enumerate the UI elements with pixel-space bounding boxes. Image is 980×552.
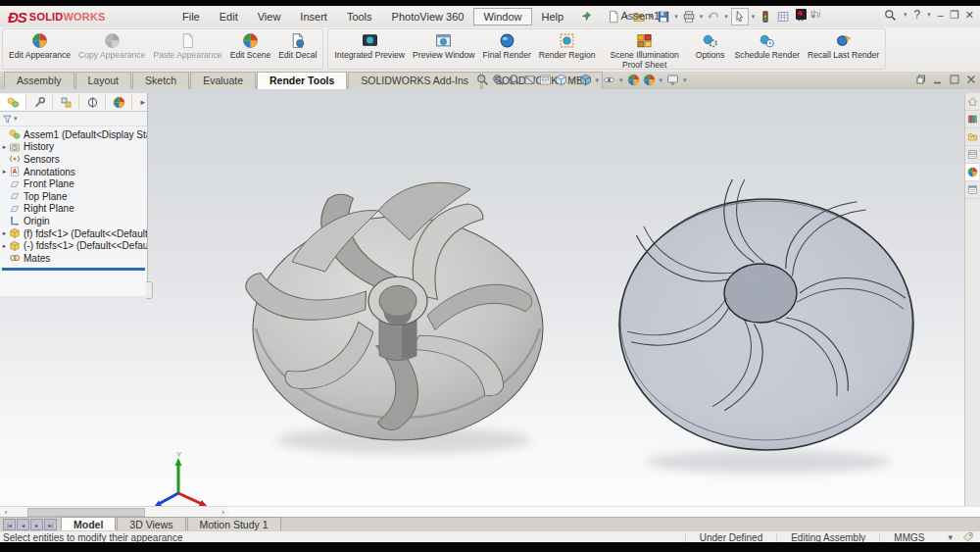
tree-item-component-fdsfs[interactable]: ▸ (-) fdsfs<1> (Default<<Default>_D (0, 239, 147, 252)
select-dropdown-icon[interactable]: ▾ (752, 13, 756, 21)
scene-illumination-proof-sheet-button[interactable]: Scene Illumination Proof Sheet (600, 29, 690, 69)
edit-appearance-button[interactable]: Edit Appearance (5, 29, 74, 69)
expand-icon[interactable]: ▸ (0, 143, 9, 151)
first-tab-icon[interactable]: |◂ (3, 519, 16, 530)
view-orientation-dropdown-icon[interactable]: ▾ (571, 76, 575, 84)
new-document-button[interactable] (606, 9, 621, 25)
tree-item-front-plane[interactable]: Front Plane (0, 177, 147, 190)
expand-icon[interactable]: ▸ (0, 242, 9, 250)
fm-tabs-overflow-icon[interactable]: ▸ (140, 97, 147, 107)
view-palette-button[interactable] (965, 146, 979, 164)
print-dropdown-icon[interactable]: ▾ (700, 13, 704, 21)
menu-tools[interactable]: Tools (337, 8, 382, 25)
units-selector[interactable]: MMGS (879, 532, 938, 543)
recall-last-render-button[interactable]: Recall Last Render (804, 29, 883, 69)
display-style-icon[interactable] (579, 74, 592, 86)
solidworks-resources-button[interactable] (965, 93, 979, 111)
tree-item-annotations[interactable]: ▸ Annotations (0, 166, 147, 178)
tree-item-mates[interactable]: Mates (0, 252, 147, 265)
tab-layout[interactable]: Layout (75, 72, 132, 89)
prev-tab-icon[interactable]: ◂ (17, 519, 29, 530)
custom-properties-button[interactable] (965, 181, 979, 199)
displaymanager-tab[interactable] (106, 94, 132, 110)
help-dropdown-icon[interactable]: ▾ (927, 11, 931, 19)
tab-sketch[interactable]: Sketch (132, 72, 189, 89)
apply-scene-dropdown-icon[interactable]: ▾ (660, 76, 663, 84)
file-properties-button[interactable] (775, 9, 791, 25)
search-icon[interactable] (884, 9, 897, 22)
hide-show-dropdown-icon[interactable]: ▾ (619, 76, 623, 84)
design-library-button[interactable] (965, 111, 979, 128)
hide-show-items-icon[interactable] (603, 74, 615, 86)
select-button[interactable] (731, 8, 749, 25)
save-dropdown-icon[interactable]: ▾ (674, 13, 678, 21)
featuremanager-tree-tab[interactable] (0, 94, 26, 110)
tree-item-right-plane[interactable]: Right Plane (0, 203, 147, 216)
menu-window[interactable]: Window (473, 8, 531, 25)
tree-item-sensors[interactable]: Sensors (0, 153, 147, 166)
doc-close-icon[interactable] (966, 75, 976, 84)
tree-item-history[interactable]: ▸ History (0, 141, 147, 154)
display-style-dropdown-icon[interactable]: ▾ (596, 76, 600, 84)
filter-icon[interactable] (2, 114, 13, 125)
scrollbar-thumb[interactable] (27, 508, 145, 517)
impeller-wireframe-model[interactable] (604, 179, 931, 481)
integrated-preview-button[interactable]: Integrated Preview (330, 29, 409, 69)
search-dropdown-icon[interactable]: ▾ (904, 11, 907, 19)
view-orientation-icon[interactable] (555, 74, 567, 86)
impeller-shaded-model[interactable] (231, 146, 566, 472)
file-explorer-button[interactable] (965, 128, 979, 146)
search-input[interactable]: thi (810, 9, 869, 20)
menu-edit[interactable]: Edit (210, 8, 248, 25)
units-dropdown-icon[interactable]: ▾ (938, 532, 962, 542)
tab-assembly[interactable]: Assembly (4, 72, 74, 89)
next-tab-icon[interactable]: ▸ (30, 519, 43, 530)
render-options-button[interactable]: Options (690, 29, 731, 69)
search-scope-icon[interactable] (796, 9, 807, 20)
tab-solidworks-addins[interactable]: SOLIDWORKS Add-Ins (348, 72, 481, 89)
doc-maximize-icon[interactable] (950, 75, 959, 84)
appearances-scenes-button[interactable] (965, 164, 979, 181)
expand-icon[interactable]: ▸ (0, 168, 9, 176)
tab-render-tools[interactable]: Render Tools (257, 72, 347, 89)
menu-insert[interactable]: Insert (290, 8, 337, 25)
dimxpertmanager-tab[interactable] (79, 94, 106, 110)
edit-scene-button[interactable]: Edit Scene (226, 29, 275, 69)
undo-button[interactable] (706, 9, 721, 25)
pin-menu-icon[interactable] (581, 11, 592, 24)
propertymanager-tab[interactable] (26, 94, 53, 110)
undo-dropdown-icon[interactable]: ▾ (724, 13, 728, 21)
configurationmanager-tab[interactable] (53, 94, 79, 110)
print-button[interactable] (681, 9, 697, 25)
schedule-render-button[interactable]: Schedule Render (731, 29, 804, 69)
graphics-viewport[interactable]: Y X Z ▸ ▾ (0, 89, 980, 517)
tree-item-component-fdsf[interactable]: ▸ (f) fdsf<1> (Default<<Default>_Dis (0, 227, 147, 240)
expand-icon[interactable]: ▸ (0, 229, 9, 237)
tab-motion-study-1[interactable]: Motion Study 1 (187, 517, 281, 531)
minimize-button[interactable]: – (938, 10, 944, 21)
preview-window-button[interactable]: Preview Window (409, 29, 479, 69)
previous-view-icon[interactable] (508, 74, 520, 86)
help-button[interactable]: ? (914, 8, 921, 22)
menu-file[interactable]: File (172, 8, 210, 25)
search-commands-box[interactable]: thi (796, 9, 869, 20)
rebuild-button[interactable] (758, 9, 773, 25)
zoom-to-area-icon[interactable] (492, 74, 505, 86)
scroll-left-icon[interactable]: ‹ (0, 508, 12, 517)
doc-minimize-icon[interactable] (933, 75, 943, 84)
render-region-button[interactable]: Render Region (535, 29, 600, 69)
menu-help[interactable]: Help (532, 8, 574, 25)
filter-dropdown-icon[interactable]: ▾ (14, 115, 18, 123)
section-view-icon[interactable] (523, 74, 536, 86)
menu-view[interactable]: View (248, 8, 291, 25)
menu-photoview360[interactable]: PhotoView 360 (382, 8, 474, 25)
view-settings-icon[interactable] (666, 74, 679, 86)
panel-resize-grip[interactable] (146, 281, 153, 299)
tree-root-assembly[interactable]: Assem1 (Default<Display State-1>) (0, 128, 147, 141)
edit-decal-button[interactable]: Edit Decal (274, 29, 320, 69)
zoom-to-fit-icon[interactable] (476, 74, 489, 86)
doc-restore-icon[interactable] (916, 75, 926, 84)
edit-appearance-headsup-icon[interactable] (627, 74, 640, 86)
scroll-right-icon[interactable]: › (221, 508, 224, 517)
tree-item-top-plane[interactable]: Top Plane (0, 190, 147, 203)
